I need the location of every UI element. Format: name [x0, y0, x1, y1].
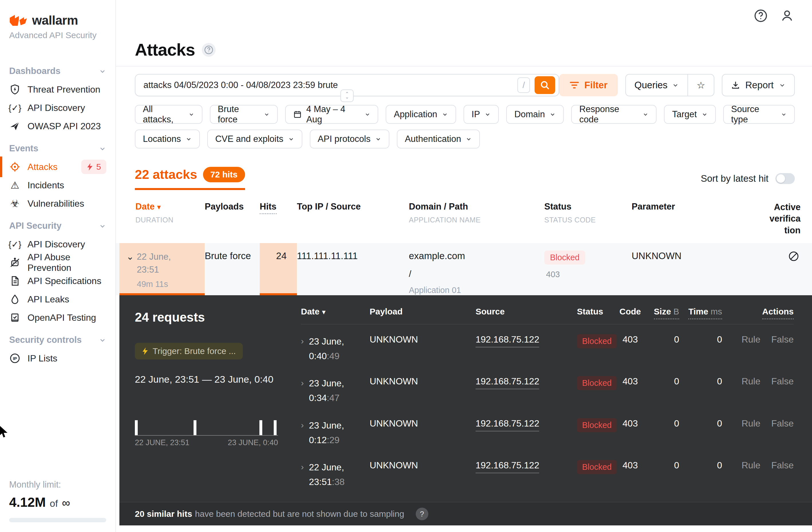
column-header-hits[interactable]: Hits — [260, 201, 297, 212]
hit-row[interactable]: › 23 June,0:12:29 UNKNOWN 192.168.75.122… — [301, 408, 794, 450]
rule-action[interactable]: Rule — [742, 376, 760, 387]
help-button[interactable] — [752, 8, 769, 24]
sidebar-item-threat-prevention[interactable]: Threat Prevention — [0, 80, 115, 99]
hit-actions: RuleFalse — [729, 460, 794, 471]
search-expander[interactable]: ⌃⌄ — [340, 89, 353, 102]
chart-bar — [274, 420, 277, 436]
attack-date-cell[interactable]: 21 June, 23:30 38m 14s — [119, 526, 205, 532]
attack-domain-path: example.com / Application 01 — [409, 243, 544, 295]
chip-ip[interactable]: IP — [464, 105, 499, 124]
sampling-help-button[interactable]: ? — [416, 508, 428, 520]
attack-date-cell[interactable]: ⌄ 22 June, 23:51 49m 11s — [119, 243, 205, 295]
hits-column-actions[interactable]: Actions — [729, 307, 794, 317]
hits-table-header: Date ▾ Payload Source Status Code Size B… — [301, 307, 794, 324]
sort-desc-icon: ▾ — [322, 308, 325, 316]
queries-button[interactable]: Queries — [626, 74, 688, 96]
sidebar-item-api-leaks[interactable]: API Leaks — [0, 290, 115, 308]
chip-date-range[interactable]: 4 May – 4 Aug — [285, 105, 378, 124]
sort-toggle-label: Sort by latest hit — [701, 173, 768, 184]
attacks-count-tab[interactable]: 22 attacks 72 hits — [135, 167, 245, 190]
attack-row-expanded[interactable]: ⌄ 22 June, 23:51 49m 11s Brute force 24 … — [116, 243, 812, 295]
hit-row[interactable]: › 23 June,0:40:49 UNKNOWN 192.168.75.122… — [301, 324, 794, 366]
expand-hit-icon[interactable]: › — [301, 460, 304, 489]
filter-chips-row-2: Locations CVE and exploits API protocols… — [135, 129, 795, 149]
chip-application[interactable]: Application — [386, 105, 456, 124]
rule-action[interactable]: Rule — [742, 460, 760, 471]
trigger-badge[interactable]: Trigger: Brute force ... — [135, 343, 243, 360]
sidebar-section-security-controls[interactable]: Security controls — [0, 331, 115, 349]
false-action[interactable]: False — [771, 376, 794, 387]
sidebar-item-owasp-api-2023[interactable]: OWASP API 2023 — [0, 117, 115, 135]
sidebar-section-events[interactable]: Events — [0, 139, 115, 158]
hits-column-payload: Payload — [369, 307, 476, 317]
attack-top-ip[interactable]: 111.111.11.111 — [297, 243, 409, 295]
biohazard-icon: ☣ — [9, 198, 20, 209]
false-action[interactable]: False — [771, 334, 794, 345]
chip-cve-exploits[interactable]: CVE and exploits — [207, 129, 302, 149]
report-button[interactable]: Report — [722, 74, 795, 96]
sidebar-item-api-discovery-2[interactable]: {✓} API Discovery — [0, 235, 115, 253]
sampling-note: 20 similar hits have been detected but a… — [119, 502, 812, 526]
hit-code: 403 — [617, 376, 652, 387]
false-action[interactable]: False — [771, 460, 794, 471]
sidebar-section-api-security[interactable]: API Security — [0, 217, 115, 235]
hit-source: 192.168.75.122 — [476, 460, 573, 471]
hits-column-time[interactable]: Time ms — [686, 307, 729, 317]
hit-row[interactable]: › 23 June,0:34:47 UNKNOWN 192.168.75.122… — [301, 366, 794, 408]
sidebar-item-incidents[interactable]: ⚠ Incidents — [0, 176, 115, 194]
chip-target[interactable]: Target — [664, 105, 715, 124]
chip-source-type[interactable]: Source type — [723, 105, 795, 124]
sidebar-item-vulnerabilities[interactable]: ☣ Vulnerabilities — [0, 194, 115, 213]
filter-button[interactable]: Filter — [559, 74, 618, 96]
collapse-row-icon[interactable]: ⌄ — [126, 251, 134, 293]
braces-check-icon: {✓} — [9, 239, 20, 249]
sidebar-item-api-discovery[interactable]: {✓} API Discovery — [0, 99, 115, 117]
search-input[interactable] — [143, 80, 517, 90]
chip-attack-type[interactable]: All attacks, — [135, 105, 202, 124]
attack-domain-path: example.com / Application 01 — [409, 526, 544, 532]
hits-column-code: Code — [617, 307, 652, 317]
filter-chips-row-1: All attacks, Brute force 4 May – 4 Aug A… — [135, 105, 795, 124]
hit-payload: UNKNOWN — [369, 418, 476, 429]
chip-brute-force[interactable]: Brute force — [210, 105, 278, 124]
sidebar-item-openapi-testing[interactable]: OpenAPI Testing — [0, 308, 115, 327]
chip-authentication[interactable]: Authentication — [397, 129, 480, 149]
status-badge-blocked: Blocked — [544, 251, 585, 265]
chevron-down-icon — [188, 111, 194, 117]
expand-hit-icon[interactable]: › — [301, 418, 304, 447]
user-icon — [780, 9, 794, 23]
attack-top-ip[interactable]: 111.111.11.111 — [297, 526, 409, 532]
chip-domain[interactable]: Domain — [506, 105, 564, 124]
attack-row[interactable]: 21 June, 23:30 38m 14s Brute force 3 111… — [116, 526, 812, 532]
chip-api-protocols[interactable]: API protocols — [310, 129, 389, 149]
expand-hit-icon[interactable]: › — [301, 334, 304, 363]
user-menu-button[interactable] — [779, 8, 795, 24]
search-button[interactable] — [535, 76, 555, 94]
favorite-query-button[interactable]: ☆ — [688, 74, 714, 96]
rule-action[interactable]: Rule — [742, 418, 760, 429]
hit-size: 0 — [652, 418, 686, 429]
page-title-help-button[interactable] — [202, 43, 216, 57]
chevron-down-icon — [99, 67, 106, 75]
sidebar-item-api-abuse-prevention[interactable]: API Abuse Prevention — [0, 253, 115, 272]
sort-desc-icon: ▾ — [157, 202, 161, 211]
sidebar-item-api-specifications[interactable]: API Specifications — [0, 272, 115, 290]
sort-by-latest-hit-toggle[interactable] — [775, 173, 795, 184]
hit-row[interactable]: › 22 June,23:51:38 UNKNOWN 192.168.75.12… — [301, 450, 794, 492]
hits-column-date[interactable]: Date ▾ — [301, 307, 369, 317]
hit-payload: UNKNOWN — [369, 334, 476, 345]
sidebar-section-dashboards[interactable]: Dashboards — [0, 62, 115, 80]
filter-icon — [569, 81, 579, 89]
column-header-date[interactable]: Date ▾ DURATION — [135, 201, 205, 224]
chip-locations[interactable]: Locations — [135, 129, 200, 149]
sidebar-item-attacks[interactable]: Attacks 5 — [0, 158, 115, 176]
false-action[interactable]: False — [771, 418, 794, 429]
lightning-icon — [142, 347, 149, 355]
rule-action[interactable]: Rule — [742, 334, 760, 345]
hits-column-size[interactable]: Size B — [652, 307, 686, 317]
hit-size: 0 — [652, 334, 686, 345]
sidebar-item-ip-lists[interactable]: IP IP Lists — [0, 349, 115, 367]
chip-response-code[interactable]: Response code — [571, 105, 656, 124]
expand-hit-icon[interactable]: › — [301, 376, 304, 405]
hit-status: Blocked — [577, 418, 617, 432]
